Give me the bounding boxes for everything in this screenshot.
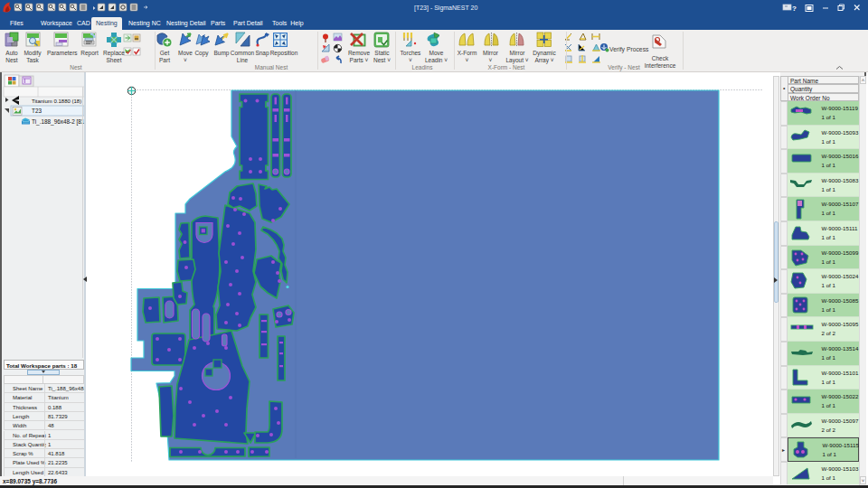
svg-text:T23: T23 [32, 108, 42, 114]
svg-text:Ti_.188_96x48-2 [81.7: Ti_.188_96x48-2 [81.7 [32, 118, 86, 126]
svg-text:?: ? [792, 5, 797, 13]
svg-text:Titanium 0.1880 (18): Titanium 0.1880 (18) [32, 99, 81, 104]
